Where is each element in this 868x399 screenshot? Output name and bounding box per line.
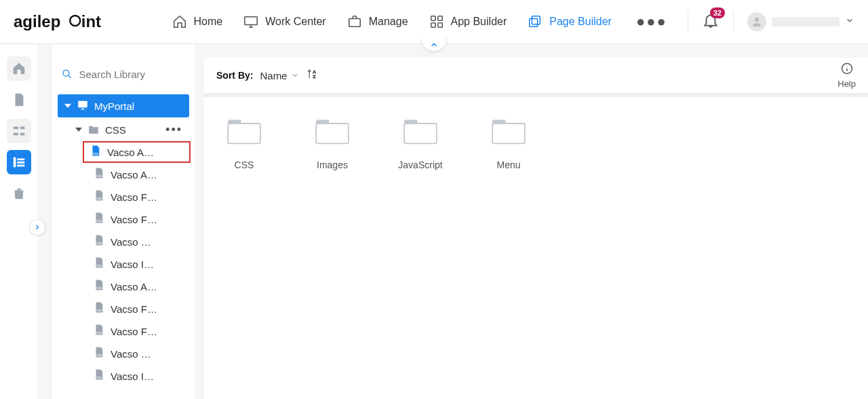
folder-more-icon[interactable]: ••• xyxy=(165,123,182,137)
tree-file[interactable]: cssVacso A… xyxy=(58,164,189,185)
home-icon xyxy=(172,14,188,30)
rail-home[interactable] xyxy=(7,56,31,81)
nav-work-center[interactable]: Work Center xyxy=(243,14,326,30)
folder-name: CSS xyxy=(220,159,268,170)
svg-rect-14 xyxy=(13,133,18,136)
rail-trash[interactable] xyxy=(7,181,31,206)
svg-rect-40 xyxy=(404,124,437,143)
nav-manage[interactable]: Manage xyxy=(347,14,408,30)
tree-file-label: Vacso I… xyxy=(111,259,154,270)
tree-file-label: Vacso I… xyxy=(111,370,154,382)
folder-name: JavaScript xyxy=(397,159,444,170)
svg-rect-38 xyxy=(228,124,260,143)
rail-form[interactable] xyxy=(7,119,31,143)
nav-home[interactable]: Home xyxy=(172,14,223,30)
css-file-icon: css xyxy=(93,279,105,294)
top-header: agilepint Home Work Center Manage App Bu… xyxy=(0,0,868,44)
folder-card-javascript[interactable]: JavaScript xyxy=(397,116,444,380)
svg-text:css: css xyxy=(96,174,102,178)
svg-rect-19 xyxy=(17,162,24,164)
grid-icon xyxy=(429,14,445,30)
tree-file[interactable]: cssVacso I… xyxy=(58,253,189,275)
rail-page[interactable] xyxy=(7,88,31,112)
folder-card-css[interactable]: CSS xyxy=(220,116,268,380)
monitor-icon xyxy=(243,14,259,30)
css-file-icon: css xyxy=(93,346,105,361)
main-area: Sort By: Name AZ Help CSS Images xyxy=(195,44,868,399)
tree-file[interactable]: css Vacso A… xyxy=(83,141,191,163)
css-file-icon: css xyxy=(93,212,105,227)
css-file-icon: css xyxy=(93,234,105,249)
nav-home-label: Home xyxy=(194,16,223,28)
header-right: 32 xyxy=(688,12,854,32)
tree-root-myportal[interactable]: MyPortal xyxy=(58,94,189,117)
folder-card-images[interactable]: Images xyxy=(309,116,356,380)
notification-badge: 32 xyxy=(710,7,725,18)
folder-icon xyxy=(490,116,528,146)
folder-icon xyxy=(225,116,263,146)
tree-file-label: Vacso A… xyxy=(107,147,154,158)
tree-file-label: Vacso … xyxy=(111,236,151,248)
library-tree-panel: MyPortal CSS ••• css Vacso A… cssVacso A… xyxy=(52,58,195,385)
search-icon xyxy=(62,68,72,80)
help-button[interactable]: Help xyxy=(837,62,856,89)
svg-text:css: css xyxy=(96,375,102,379)
css-file-icon: css xyxy=(93,167,105,182)
tree-file[interactable]: cssVacso I… xyxy=(58,365,189,385)
svg-rect-18 xyxy=(17,159,24,161)
sort-order-button[interactable]: AZ xyxy=(306,68,318,83)
notifications-button[interactable]: 32 xyxy=(702,12,719,32)
nav-work-center-label: Work Center xyxy=(265,16,326,28)
tree-file[interactable]: cssVacso … xyxy=(58,343,189,364)
tree-file[interactable]: cssVacso A… xyxy=(58,276,189,297)
svg-text:css: css xyxy=(96,353,102,357)
logo[interactable]: agilepint xyxy=(14,12,131,32)
nav-app-builder[interactable]: App Builder xyxy=(429,14,507,30)
svg-rect-23 xyxy=(81,109,85,110)
nav-more-icon[interactable]: ●●● xyxy=(632,13,671,31)
chevron-down-icon xyxy=(291,71,299,79)
svg-rect-22 xyxy=(78,101,87,108)
sort-field-value: Name xyxy=(260,70,287,81)
nav-manage-label: Manage xyxy=(369,16,408,28)
svg-rect-15 xyxy=(20,127,24,130)
search-input[interactable] xyxy=(79,69,185,80)
nav-app-builder-label: App Builder xyxy=(451,16,507,28)
tree-file-label: Vacso F… xyxy=(111,214,157,225)
rail-library[interactable] xyxy=(7,150,31,174)
sort-by-label: Sort By: xyxy=(216,70,253,81)
css-file-icon: css xyxy=(93,324,105,339)
tree-file[interactable]: cssVacso F… xyxy=(58,208,189,230)
svg-text:int: int xyxy=(81,12,101,31)
svg-rect-12 xyxy=(17,100,21,101)
css-file-icon: css xyxy=(93,368,105,383)
svg-rect-5 xyxy=(431,16,435,20)
sort-bar: Sort By: Name AZ Help xyxy=(204,58,868,93)
tree-file-label: Vacso F… xyxy=(111,303,157,315)
tree-file[interactable]: cssVacso F… xyxy=(58,298,189,320)
svg-rect-17 xyxy=(13,157,16,168)
username-placeholder xyxy=(772,17,840,26)
tree-file[interactable]: cssVacso F… xyxy=(58,320,189,342)
svg-text:A: A xyxy=(313,70,316,74)
expand-rail-button[interactable] xyxy=(29,219,45,235)
sort-field-dropdown[interactable]: Name xyxy=(260,70,299,81)
folder-icon xyxy=(313,116,351,146)
svg-text:agilep: agilep xyxy=(14,12,60,31)
tree-file-label: Vacso F… xyxy=(111,191,157,203)
user-menu[interactable] xyxy=(747,12,854,31)
tree-scroll[interactable]: MyPortal CSS ••• css Vacso A… cssVacso A… xyxy=(52,90,195,385)
svg-rect-10 xyxy=(530,18,538,26)
tree-file[interactable]: cssVacso F… xyxy=(58,186,189,208)
tree-file-label: Vacso F… xyxy=(111,326,157,337)
tree-file[interactable]: cssVacso … xyxy=(58,231,189,252)
tree-folder-label: CSS xyxy=(105,124,160,136)
tree-folder-css[interactable]: CSS ••• xyxy=(58,119,189,140)
tree-file-label: Vacso A… xyxy=(111,281,157,292)
folder-card-menu[interactable]: Menu xyxy=(485,116,532,380)
svg-text:css: css xyxy=(96,196,102,200)
svg-point-11 xyxy=(755,18,759,22)
portal-icon xyxy=(77,98,89,113)
svg-text:Z: Z xyxy=(313,75,316,79)
nav-page-builder[interactable]: Page Builder xyxy=(527,14,612,30)
